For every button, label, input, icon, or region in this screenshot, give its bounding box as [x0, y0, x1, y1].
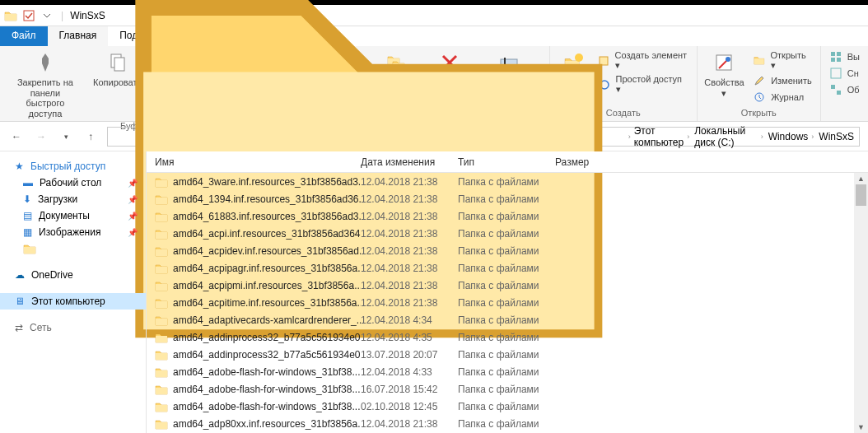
sidebar-network[interactable]: ⇄Сеть [0, 319, 146, 336]
select-none-button[interactable]: Сн [826, 66, 863, 81]
sidebar-desktop[interactable]: ▬Рабочий стол📌 [0, 175, 146, 191]
open-button[interactable]: Открыть ▾ [749, 49, 815, 72]
column-headers: Имя Дата изменения Тип Размер [147, 151, 868, 173]
file-type: Папка с файлами [458, 280, 555, 291]
col-type[interactable]: Тип [458, 156, 555, 168]
qat-save-icon[interactable] [21, 8, 36, 23]
history-button[interactable]: Журнал [749, 90, 815, 105]
svg-rect-18 [837, 52, 841, 56]
col-size[interactable]: Размер [555, 156, 621, 168]
file-name: amd64_addinprocess32_b77a5c561934e0... [173, 332, 361, 343]
crumb-2[interactable]: Windows› [767, 131, 816, 142]
sidebar-downloads[interactable]: ⬇Загрузки📌 [0, 191, 146, 207]
file-name: amd64_acpipmi.inf.resources_31bf3856a... [173, 280, 361, 291]
qat-dropdown-icon[interactable] [40, 8, 54, 23]
pin-icon: 📌 [128, 179, 138, 188]
file-name: amd64_acpitime.inf.resources_31bf3856a..… [173, 297, 361, 309]
documents-icon: ▤ [23, 210, 32, 221]
folder-icon [155, 263, 168, 274]
pin-icon: 📌 [128, 228, 138, 237]
up-button[interactable]: ↑ [82, 128, 99, 145]
sidebar-unnamed[interactable] [0, 240, 146, 257]
breadcrumb[interactable]: › Этот компьютер› Локальный диск (C:)› W… [107, 127, 860, 147]
forward-button[interactable]: → [33, 128, 49, 145]
table-row[interactable]: amd64_adobe-flash-for-windows_31bf38...0… [147, 398, 868, 415]
table-row[interactable]: amd64_acpipagr.inf.resources_31bf3856a..… [147, 259, 868, 277]
table-row[interactable]: amd64_adobe-flash-for-windows_31bf38...1… [147, 363, 868, 380]
table-row[interactable]: amd64_adobe-flash-for-windows_31bf38...1… [147, 380, 868, 398]
folder-icon [3, 8, 18, 23]
file-name: amd64_3ware.inf.resources_31bf3856ad3... [173, 176, 361, 188]
table-row[interactable]: amd64_addinprocess32_b77a5c561934e0...13… [147, 346, 868, 363]
file-name: amd64_adobe-flash-for-windows_31bf38... [173, 384, 360, 395]
back-button[interactable]: ← [8, 128, 25, 145]
file-date: 12.04.2018 21:38 [361, 280, 458, 291]
select-all-button[interactable]: Вы [826, 49, 863, 64]
pin-icon: 📌 [128, 212, 138, 221]
file-date: 12.04.2018 21:38 [361, 211, 458, 222]
folder-icon [155, 193, 168, 205]
svg-rect-22 [831, 85, 835, 89]
invert-selection-button[interactable]: Об [826, 82, 863, 97]
table-row[interactable]: amd64_acpidev.inf.resources_31bf3856ad..… [147, 242, 868, 259]
history-icon [753, 91, 766, 104]
table-row[interactable]: amd64_acpi.inf.resources_31bf3856ad364..… [147, 225, 868, 242]
table-row[interactable]: amd64_acpitime.inf.resources_31bf3856a..… [147, 294, 868, 311]
table-row[interactable]: amd64_1394.inf.resources_31bf3856ad36...… [147, 190, 868, 207]
scroll-up-button[interactable]: ▲ [854, 173, 868, 184]
file-name: amd64_acpi.inf.resources_31bf3856ad364..… [173, 228, 361, 240]
svg-rect-21 [831, 68, 841, 78]
file-date: 13.07.2018 20:07 [361, 349, 458, 361]
folder-icon [155, 211, 168, 222]
table-row[interactable]: amd64_adaptivecards-xamlcardrenderer_...… [147, 311, 868, 328]
sidebar-quick-access[interactable]: ★Быстрый доступ [0, 158, 146, 175]
file-date: 12.04.2018 4:34 [361, 314, 458, 326]
file-type: Папка с файлами [458, 314, 555, 326]
table-row[interactable]: amd64_adp80xx.inf.resources_31bf3856a...… [147, 415, 868, 432]
table-row[interactable]: amd64_acpipmi.inf.resources_31bf3856a...… [147, 277, 868, 294]
folder-icon [155, 280, 168, 291]
folder-icon [155, 332, 168, 343]
pin-quick-access-button[interactable]: Закрепить на панели быстрого доступа [5, 48, 86, 121]
scrollbar[interactable]: ▲ ▼ [854, 173, 868, 433]
file-name: amd64_1394.inf.resources_31bf3856ad36... [173, 193, 361, 205]
tab-file[interactable]: Файл [0, 26, 48, 46]
properties-button[interactable]: Свойства ▾ [702, 48, 746, 100]
file-type: Папка с файлами [458, 228, 555, 240]
crumb-3[interactable]: WinSxS [817, 131, 856, 142]
navigation-pane: ★Быстрый доступ ▬Рабочий стол📌 ⬇Загрузки… [0, 151, 147, 433]
folder-icon [155, 176, 168, 188]
edit-button[interactable]: Изменить [749, 73, 815, 88]
folder-icon [155, 245, 168, 257]
file-date: 02.10.2018 12:45 [361, 401, 458, 412]
col-name[interactable]: Имя [147, 156, 361, 168]
network-icon: ⇄ [15, 322, 23, 333]
folder-icon [23, 243, 36, 254]
invert-icon [829, 83, 842, 96]
sidebar-pictures[interactable]: ▦Изображения📌 [0, 224, 146, 240]
folder-icon [155, 314, 168, 326]
svg-rect-17 [831, 52, 835, 56]
crumb-0[interactable]: Этот компьютер› [632, 125, 692, 148]
table-row[interactable]: amd64_61883.inf.resources_31bf3856ad3...… [147, 207, 868, 225]
onedrive-icon: ☁ [15, 269, 25, 281]
table-row[interactable]: amd64_addinprocess32_b77a5c561934e0...12… [147, 328, 868, 346]
folder-icon [155, 297, 168, 309]
crumb-1[interactable]: Локальный диск (C:)› [693, 125, 764, 148]
svg-rect-20 [837, 58, 841, 62]
table-row[interactable]: amd64_3ware.inf.resources_31bf3856ad3...… [147, 173, 868, 190]
scroll-down-button[interactable]: ▼ [854, 421, 868, 433]
recent-button[interactable]: ▾ [58, 128, 74, 145]
file-name: amd64_adobe-flash-for-windows_31bf38... [173, 366, 360, 378]
tab-home[interactable]: Главная [48, 26, 109, 46]
scroll-thumb[interactable] [856, 184, 866, 206]
svg-rect-23 [837, 91, 841, 95]
sidebar-onedrive[interactable]: ☁OneDrive [0, 267, 146, 283]
sidebar-documents[interactable]: ▤Документы📌 [0, 207, 146, 224]
col-date[interactable]: Дата изменения [361, 156, 458, 168]
file-date: 12.04.2018 21:38 [361, 193, 458, 205]
file-name: amd64_addinprocess32_b77a5c561934e0... [173, 349, 361, 361]
sidebar-this-pc[interactable]: 🖥Этот компьютер [0, 293, 146, 310]
svg-point-15 [726, 57, 730, 62]
file-list: Имя Дата изменения Тип Размер amd64_3war… [147, 151, 868, 433]
